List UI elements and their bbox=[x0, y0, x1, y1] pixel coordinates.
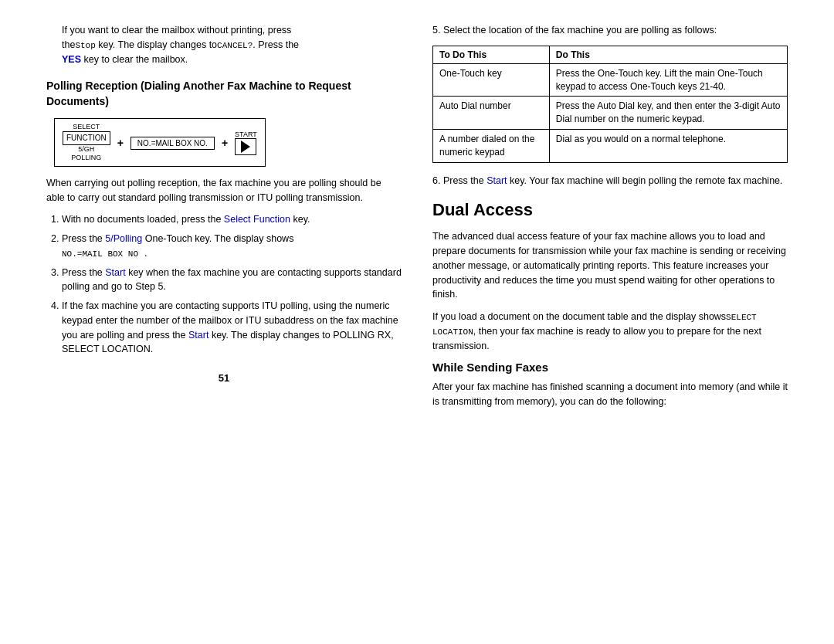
intro-text-1: If you want to clear the mailbox without… bbox=[62, 25, 291, 36]
start-label: START bbox=[235, 130, 257, 138]
step-4: If the fax machine you are contacting su… bbox=[62, 299, 402, 357]
diagram: SELECT FUNCTION 5/GH POLLING + NO.=MAIL … bbox=[46, 118, 402, 166]
section-heading: Polling Reception (Dialing Another Fax M… bbox=[46, 79, 402, 109]
while-sending-heading: While Sending Faxes bbox=[432, 361, 788, 374]
table-cell-col2: Press the Auto Dial key, and then enter … bbox=[549, 97, 787, 130]
start-button-diagram bbox=[235, 138, 256, 155]
dual-access-body2: If you load a document on the document t… bbox=[432, 310, 788, 353]
step6-text: 6. Press the Start key. Your fax machine… bbox=[432, 174, 788, 188]
start-link-3: Start bbox=[105, 267, 125, 278]
body2-text-before: If you load a document on the document t… bbox=[432, 311, 726, 322]
mailbox-display: NO.=MAIL BOX NO . bbox=[62, 249, 148, 259]
mailbox-item: NO.=MAIL BOX NO. bbox=[131, 137, 215, 148]
step2-text-before: Press the bbox=[62, 233, 105, 244]
dual-access-heading: Dual Access bbox=[432, 200, 788, 220]
intro-text-5: key to clear the mailbox. bbox=[81, 54, 188, 65]
step1-text-after: key. bbox=[290, 214, 310, 225]
page-number: 51 bbox=[46, 372, 402, 384]
dual-access-body1: The advanced dual access feature of your… bbox=[432, 229, 788, 302]
polling-link: 5/Polling bbox=[105, 233, 142, 244]
right-column: 5. Select the location of the fax machin… bbox=[432, 23, 788, 409]
stop-word: Stop bbox=[75, 41, 95, 50]
plus-sign-1: + bbox=[117, 137, 124, 149]
table-cell-col1: Auto Dial number bbox=[433, 97, 550, 130]
step1-text-before: With no documents loaded, press the bbox=[62, 214, 224, 225]
table-col1-header: To Do This bbox=[433, 46, 550, 63]
left-column: If you want to clear the mailbox without… bbox=[46, 23, 402, 409]
intro-text-4: . Press the bbox=[253, 39, 299, 50]
body2-text-after: , then your fax machine is ready to allo… bbox=[432, 326, 761, 351]
intro-paragraph: If you want to clear the mailbox without… bbox=[46, 23, 402, 66]
polling-label: POLLING bbox=[71, 154, 101, 162]
table-row: A number dialed on the numeric keypadDia… bbox=[433, 129, 788, 162]
table-header-row: To Do This Do This bbox=[433, 46, 788, 63]
intro-text-2: the bbox=[62, 39, 75, 50]
table-cell-col2: Press the One-Touch key. Lift the main O… bbox=[549, 63, 787, 97]
step3-text-before: Press the bbox=[62, 267, 105, 278]
key-label: 5/GH bbox=[78, 145, 94, 154]
start-box: START bbox=[235, 130, 257, 155]
intro-text-3: key. The display changes to bbox=[96, 39, 217, 50]
polling-table: To Do This Do This One-Touch keyPress th… bbox=[432, 46, 788, 163]
mailbox-label: NO.=MAIL BOX NO. bbox=[131, 137, 215, 150]
table-row: One-Touch keyPress the One-Touch key. Li… bbox=[433, 63, 788, 97]
table-col2-header: Do This bbox=[549, 46, 787, 63]
polling-body-text: When carrying out polling reception, the… bbox=[46, 176, 402, 205]
table-cell-col2: Dial as you would on a normal telephone. bbox=[549, 129, 787, 162]
yes-word: YES bbox=[62, 54, 81, 65]
diagram-select-function: SELECT FUNCTION 5/GH POLLING bbox=[63, 123, 110, 161]
arrow-icon bbox=[241, 141, 250, 153]
page-container: If you want to clear the mailbox without… bbox=[46, 23, 788, 409]
cancel-word: CANCEL? bbox=[217, 41, 253, 50]
step-1: With no documents loaded, press the Sele… bbox=[62, 212, 402, 227]
while-sending-body: After your fax machine has finished scan… bbox=[432, 380, 788, 409]
table-body: One-Touch keyPress the One-Touch key. Li… bbox=[433, 63, 788, 162]
step6-text-before: 6. Press the bbox=[432, 175, 486, 186]
start-link-4: Start bbox=[188, 330, 208, 341]
step6-text-after: key. Your fax machine will begin polling… bbox=[507, 175, 783, 186]
table-row: Auto Dial numberPress the Auto Dial key,… bbox=[433, 97, 788, 130]
step5-text: 5. Select the location of the fax machin… bbox=[432, 23, 788, 38]
step2-text-after: One-Touch key. The display shows bbox=[142, 233, 293, 244]
select-function-link: Select Function bbox=[224, 214, 290, 225]
function-label: FUNCTION bbox=[63, 131, 110, 145]
plus-sign-2: + bbox=[222, 137, 228, 149]
select-label: SELECT bbox=[73, 123, 100, 131]
table-cell-col1: One-Touch key bbox=[433, 63, 550, 97]
steps-list: With no documents loaded, press the Sele… bbox=[46, 212, 402, 357]
step-3: Press the Start key when the fax machine… bbox=[62, 266, 402, 295]
step6-start-word: Start bbox=[486, 175, 507, 186]
table-cell-col1: A number dialed on the numeric keypad bbox=[433, 129, 550, 162]
step-2: Press the 5/Polling One-Touch key. The d… bbox=[62, 232, 402, 261]
diagram-box: SELECT FUNCTION 5/GH POLLING + NO.=MAIL … bbox=[54, 118, 266, 166]
